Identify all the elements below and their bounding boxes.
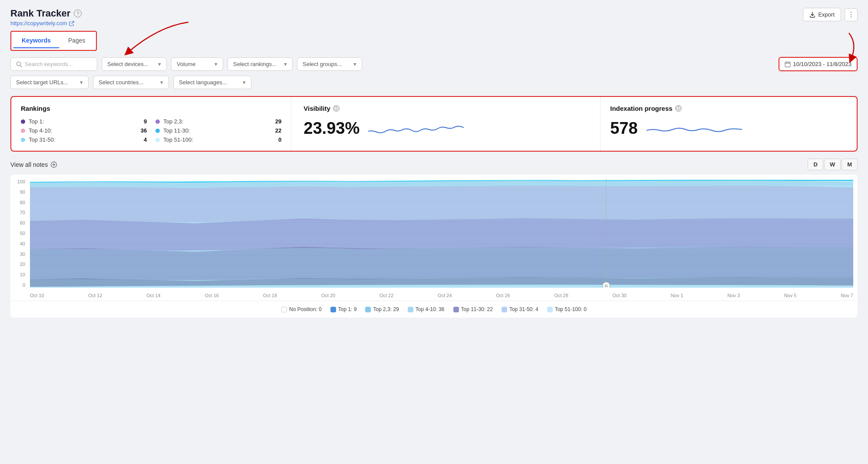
y-axis-labels: 1009080706050403020100	[15, 179, 28, 288]
groups-filter[interactable]: Select groups... ▾	[297, 57, 362, 71]
export-button[interactable]: Export	[803, 8, 841, 21]
view-notes-label: View all notes	[10, 161, 48, 168]
indexation-info-icon[interactable]: ⓘ	[675, 105, 682, 112]
ranking-dot	[21, 119, 25, 124]
chevron-down-icon: ▾	[160, 79, 163, 86]
page-header: Rank Tracker ? https://copywritely.com E…	[10, 8, 858, 27]
page-title: Rank Tracker	[10, 8, 70, 19]
ranking-top1: Top 1: 9	[21, 118, 147, 125]
rankings-filter[interactable]: Select rankings... ▾	[228, 57, 293, 71]
search-input[interactable]: Search keywords...	[10, 57, 97, 71]
ranking-dot	[21, 129, 25, 133]
chevron-down-icon: ▾	[284, 61, 287, 67]
x-axis-labels: Oct 10 Oct 12 Oct 14 Oct 16 Oct 18 Oct 2…	[30, 290, 853, 301]
chevron-down-icon: ▾	[80, 79, 83, 86]
chart-container: 1009080706050403020100	[10, 175, 858, 318]
legend-top410: Top 4-10: 36	[408, 306, 445, 312]
time-btn-d[interactable]: D	[808, 159, 823, 170]
urls-filter[interactable]: Select target URLs... ▾	[10, 76, 89, 89]
chevron-down-icon: ▾	[243, 79, 246, 86]
svg-text:G: G	[605, 284, 608, 288]
title-area: Rank Tracker ? https://copywritely.com	[10, 8, 82, 27]
site-url[interactable]: https://copywritely.com	[10, 20, 82, 27]
chart-inner: 1009080706050403020100	[15, 179, 853, 301]
visibility-value: 23.93%	[304, 119, 360, 138]
stats-section: Rankings Top 1: 9 Top 2,3: 29 Top 4-10: …	[10, 96, 858, 152]
chevron-down-icon: ▾	[158, 61, 161, 67]
chart-legend: No Position: 0 Top 1: 9 Top 2,3: 29 Top …	[10, 301, 858, 318]
visibility-sparkline	[368, 118, 464, 140]
tab-pages[interactable]: Pages	[59, 33, 94, 48]
tabs-container: Keywords Pages	[10, 31, 97, 51]
search-placeholder: Search keywords...	[25, 61, 73, 67]
visibility-info-icon[interactable]: ⓘ	[333, 105, 340, 112]
time-btn-w[interactable]: W	[824, 159, 841, 170]
indexation-value: 578	[610, 119, 637, 138]
date-range-filter[interactable]: 10/10/2023 - 11/8/2023	[779, 57, 858, 71]
header-actions: Export ⋮	[803, 8, 858, 21]
chart-svg-area: G	[30, 179, 853, 288]
devices-filter[interactable]: Select devices... ▾	[102, 57, 167, 71]
filters-row-2: Select target URLs... ▾ Select countries…	[10, 76, 858, 89]
more-button[interactable]: ⋮	[845, 8, 858, 21]
indexation-card: Indexation progress ⓘ 578	[601, 97, 857, 151]
export-label: Export	[818, 11, 835, 18]
ranking-dot	[21, 138, 25, 142]
ranking-top23: Top 2,3: 29	[155, 118, 281, 125]
legend-checkbox[interactable]	[408, 307, 413, 312]
chevron-down-icon: ▾	[215, 61, 218, 67]
ranking-top1130: Top 11-30: 22	[155, 127, 281, 134]
legend-top23: Top 2,3: 29	[365, 306, 399, 312]
visibility-card: Visibility ⓘ 23.93%	[291, 97, 601, 151]
chevron-down-icon: ▾	[353, 61, 356, 67]
visibility-title: Visibility	[304, 105, 330, 112]
indexation-sparkline	[647, 118, 742, 140]
rankings-title: Rankings	[21, 105, 50, 112]
help-icon[interactable]: ?	[74, 10, 82, 17]
time-btn-m[interactable]: M	[842, 159, 858, 170]
notes-icon	[50, 161, 57, 168]
legend-checkbox[interactable]	[365, 307, 371, 312]
date-range-value: 10/10/2023 - 11/8/2023	[793, 61, 851, 67]
legend-checkbox[interactable]	[502, 307, 507, 312]
ranking-top410: Top 4-10: 36	[21, 127, 147, 134]
legend-checkbox[interactable]	[547, 307, 553, 312]
indexation-title: Indexation progress	[610, 105, 672, 112]
notes-row: View all notes D W M	[10, 159, 858, 170]
legend-no-position: No Position: 0	[281, 306, 322, 312]
ranking-top51100: Top 51-100: 0	[155, 136, 281, 143]
ranking-dot	[155, 119, 160, 124]
legend-checkbox[interactable]	[453, 307, 459, 312]
languages-filter[interactable]: Select languages... ▾	[173, 76, 251, 89]
volume-filter[interactable]: Volume ▾	[171, 57, 223, 71]
rankings-grid: Top 1: 9 Top 2,3: 29 Top 4-10: 36 Top 11…	[21, 118, 281, 143]
view-all-notes-button[interactable]: View all notes	[10, 161, 57, 168]
legend-checkbox[interactable]	[281, 307, 287, 312]
filters-row-1: Search keywords... Select devices... ▾ V…	[10, 57, 858, 71]
tab-keywords[interactable]: Keywords	[13, 33, 59, 48]
legend-checkbox[interactable]	[330, 307, 336, 312]
legend-top1130: Top 11-30: 22	[453, 306, 493, 312]
svg-rect-1	[785, 62, 790, 67]
ranking-dot	[155, 129, 160, 133]
countries-filter[interactable]: Select countries... ▾	[93, 76, 169, 89]
legend-top1: Top 1: 9	[330, 306, 357, 312]
legend-top3150: Top 31-50: 4	[502, 306, 538, 312]
time-buttons: D W M	[808, 159, 858, 170]
legend-top51100: Top 51-100: 0	[547, 306, 587, 312]
ranking-top3150: Top 31-50: 4	[21, 136, 147, 143]
ranking-dot	[155, 138, 160, 142]
rankings-card: Rankings Top 1: 9 Top 2,3: 29 Top 4-10: …	[11, 97, 291, 151]
